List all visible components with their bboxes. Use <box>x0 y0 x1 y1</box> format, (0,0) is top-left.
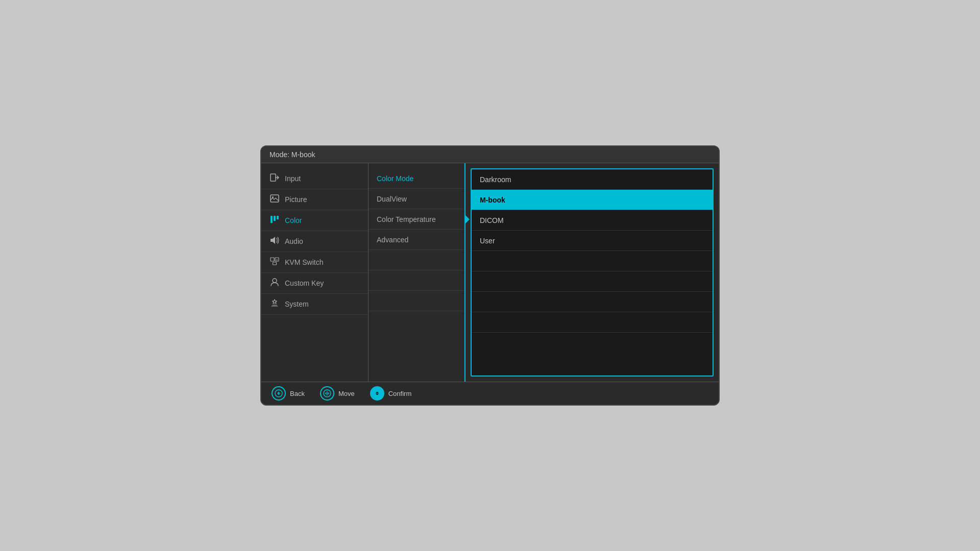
svg-rect-0 <box>271 174 276 181</box>
kvm-switch-icon: 2 <box>270 257 280 267</box>
title-bar: Mode: M-book <box>261 146 719 163</box>
right-item-darkroom-label: Darkroom <box>480 176 511 184</box>
sidebar-item-custom-key[interactable]: Custom Key <box>261 273 368 294</box>
sidebar-item-color[interactable]: Color <box>261 210 368 231</box>
back-label: Back <box>290 390 305 397</box>
bottom-bar: Back Move Confirm <box>261 382 719 405</box>
middle-item-empty1 <box>369 250 464 270</box>
middle-item-empty2 <box>369 270 464 291</box>
sidebar-item-picture[interactable]: Picture <box>261 189 368 210</box>
move-label: Move <box>338 390 355 397</box>
middle-item-color-mode-label: Color Mode <box>377 174 413 183</box>
svg-rect-3 <box>271 216 273 223</box>
right-item-empty2 <box>472 271 713 292</box>
content-area: Input Picture <box>261 163 719 382</box>
middle-column: Color Mode DualView Color Temperature Ad… <box>369 163 465 382</box>
right-item-user-label: User <box>480 237 495 245</box>
audio-icon <box>270 236 280 246</box>
picture-icon <box>270 194 280 205</box>
window-title: Mode: M-book <box>270 151 315 159</box>
sidebar-item-audio[interactable]: Audio <box>261 231 368 252</box>
sidebar-item-system-label: System <box>285 300 309 308</box>
svg-rect-5 <box>277 216 279 219</box>
svg-text:2: 2 <box>276 259 278 262</box>
sidebar-item-color-label: Color <box>285 216 302 224</box>
right-item-empty4 <box>472 312 713 333</box>
right-item-m-book-label: M-book <box>480 196 505 204</box>
sidebar-item-kvm-switch[interactable]: 2 KVM Switch <box>261 252 368 273</box>
svg-rect-4 <box>274 216 276 221</box>
right-item-user[interactable]: User <box>472 231 713 251</box>
middle-item-color-mode[interactable]: Color Mode <box>369 168 464 189</box>
middle-item-empty3 <box>369 291 464 311</box>
middle-item-color-temperature-label: Color Temperature <box>377 215 436 223</box>
confirm-label: Confirm <box>388 390 412 397</box>
middle-item-dualview-label: DualView <box>377 195 407 203</box>
sidebar-item-input-label: Input <box>285 174 301 183</box>
back-icon <box>272 386 286 400</box>
move-action[interactable]: Move <box>320 386 355 400</box>
middle-item-dualview[interactable]: DualView <box>369 189 464 209</box>
right-panel: Darkroom M-book DICOM User <box>471 168 714 377</box>
right-item-m-book[interactable]: M-book <box>472 190 713 210</box>
move-icon <box>320 386 334 400</box>
input-icon <box>270 173 280 184</box>
monitor-frame: Mode: M-book Input <box>260 145 720 406</box>
back-action[interactable]: Back <box>272 386 305 400</box>
confirm-action[interactable]: Confirm <box>370 386 412 400</box>
system-icon <box>270 299 280 309</box>
svg-rect-7 <box>271 258 274 261</box>
custom-key-icon <box>270 278 280 288</box>
right-item-dicom-label: DICOM <box>480 216 504 224</box>
sidebar-item-kvm-label: KVM Switch <box>285 258 323 266</box>
middle-item-advanced-label: Advanced <box>377 236 408 244</box>
sidebar: Input Picture <box>261 163 369 382</box>
right-item-dicom[interactable]: DICOM <box>472 210 713 231</box>
right-item-empty1 <box>472 251 713 271</box>
middle-item-color-temperature[interactable]: Color Temperature <box>369 209 464 230</box>
svg-rect-6 <box>271 239 273 242</box>
sidebar-item-system[interactable]: System <box>261 294 368 315</box>
svg-rect-9 <box>273 262 277 265</box>
sidebar-item-audio-label: Audio <box>285 237 303 245</box>
right-item-darkroom[interactable]: Darkroom <box>472 169 713 190</box>
sidebar-item-picture-label: Picture <box>285 195 307 204</box>
sidebar-item-input[interactable]: Input <box>261 168 368 189</box>
right-item-empty3 <box>472 292 713 312</box>
sidebar-item-custom-key-label: Custom Key <box>285 279 324 287</box>
svg-point-11 <box>273 279 277 283</box>
svg-point-2 <box>272 196 274 198</box>
color-icon <box>270 215 280 226</box>
confirm-icon <box>370 386 384 400</box>
middle-item-advanced[interactable]: Advanced <box>369 230 464 250</box>
submenu-arrow-icon <box>464 214 470 224</box>
